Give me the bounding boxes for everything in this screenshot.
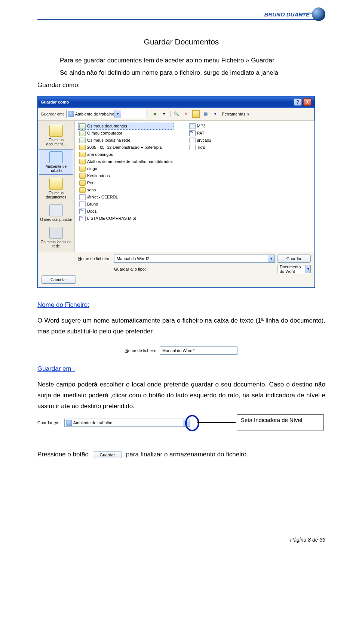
guardar-em-label: Guardar em: [41,112,64,116]
intro-line1: Para se guardar documentos tem de aceder… [37,55,325,66]
chevron-down-icon[interactable]: ▼ [114,110,121,118]
views-arrow-icon[interactable]: ▼ [212,110,219,118]
new-folder-icon[interactable] [192,110,200,118]
delete-icon[interactable]: ✕ [182,110,190,118]
help-button[interactable]: ? [294,98,302,106]
file-item[interactable]: Os meus locais na rede [79,137,174,144]
place-my-docs2[interactable]: Os meus documentos [39,176,73,201]
up-icon[interactable]: ▾ [160,110,168,118]
place-network[interactable]: Os meus locais na rede [39,225,73,250]
file-item[interactable]: 2005 - 05 -12 Demonstração Hipoterapia [79,144,174,151]
file-item[interactable]: @Net - CEERDL [79,194,174,200]
search-icon[interactable]: 🔍 [173,110,180,118]
file-item[interactable]: Doc1 [79,208,174,215]
page-number: Página 8 de 33 [37,537,325,543]
file-item[interactable]: Tic's [188,144,212,151]
file-item[interactable]: Kestionários [79,173,174,179]
footer-rule [37,535,325,535]
filename-input[interactable]: Manual do Word2▼ [114,255,275,263]
file-item[interactable]: diogo [79,166,174,172]
close-button[interactable]: X [303,98,312,106]
file-item[interactable]: PAT [188,130,212,136]
file-item[interactable]: srvcao2 [188,137,212,144]
file-item[interactable]: MP3 [188,123,212,129]
location-value: Ambiente de trabalho [75,112,114,116]
file-item[interactable]: Pen [79,180,174,186]
dialog-title: Guardar como [41,100,69,104]
dialog-titlebar[interactable]: Guardar como ? X [38,96,314,108]
location-combo[interactable]: Ambiente de trabalho ▼ [66,110,147,118]
file-list[interactable]: Os meus documentosO meu computadorOs meu… [75,121,314,252]
views-icon[interactable]: ▦ [202,110,209,118]
guardar-em-combo[interactable]: Ambiente de trabalho ▼ [64,419,190,427]
intro-line2: Se ainda não foi definido um nome para o… [37,68,325,78]
place-desktop[interactable]: Ambiente de Trabalho [39,150,73,175]
press-line: Pressione o botão Guardar para finalizar… [37,449,325,460]
file-item[interactable]: Bruno [79,201,174,207]
tools-label[interactable]: Ferramentas ▼ [222,112,250,116]
file-item[interactable]: O meu computador [79,130,174,136]
guardar-em-link[interactable]: Guardar em : [37,365,75,373]
places-bar: Os meus document... Ambiente de Trabalho… [38,121,75,252]
file-item[interactable]: sons [79,187,174,193]
nome-ficheiro-link[interactable]: Nome do Ficheiro: [37,301,89,309]
desktop-icon [66,420,72,426]
save-button[interactable]: Guardar [277,255,311,263]
guardar-em-text: Neste campo poderá escolher o local onde… [37,379,325,412]
place-my-docs[interactable]: Os meus document... [39,123,73,148]
guardar-em-crop: Guardar em: Ambiente de trabalho ▼ Seta … [37,419,325,427]
file-item[interactable]: LISTA DE COMPRAS M.pt [79,215,174,222]
place-my-pc[interactable]: O meu computador [39,203,73,224]
dialog-toolbar: Guardar em: Ambiente de trabalho ▼ ◀ ▾ 🔍… [38,108,314,121]
file-item[interactable]: Os meus documentos [79,123,174,129]
back-icon[interactable]: ◀ [151,110,158,118]
file-item[interactable]: Atalhos do ambiente de trabalho não util… [79,158,174,165]
filename-label: Nome de ficheiro: [78,256,112,261]
filetype-label: Guardar c/ o tipo: [114,267,275,271]
logo: BRUNO DUARTE [264,7,325,21]
filename-crop: Nome de ficheiro: Manual do Word2 [125,346,237,355]
file-item[interactable]: ana domingos [79,151,174,158]
callout-box: Seta Indicadora de Nível [237,414,323,431]
page-title: Guardar Documentos [37,37,325,46]
intro-line3: Guardar como: [37,80,325,91]
filename-crop-input[interactable]: Manual do Word2 [160,346,237,355]
cancel-button[interactable]: Cancelar [42,275,76,284]
nome-ficheiro-text: O Word sugere um nome automaticamente pa… [37,315,325,337]
arrow-annotation [198,422,236,423]
save-as-dialog: Guardar como ? X Guardar em: Ambiente de… [37,96,315,288]
inline-save-button[interactable]: Guardar [93,452,122,458]
desktop-icon [68,111,74,117]
filetype-combo[interactable]: Documento do Word▼ [277,265,311,273]
